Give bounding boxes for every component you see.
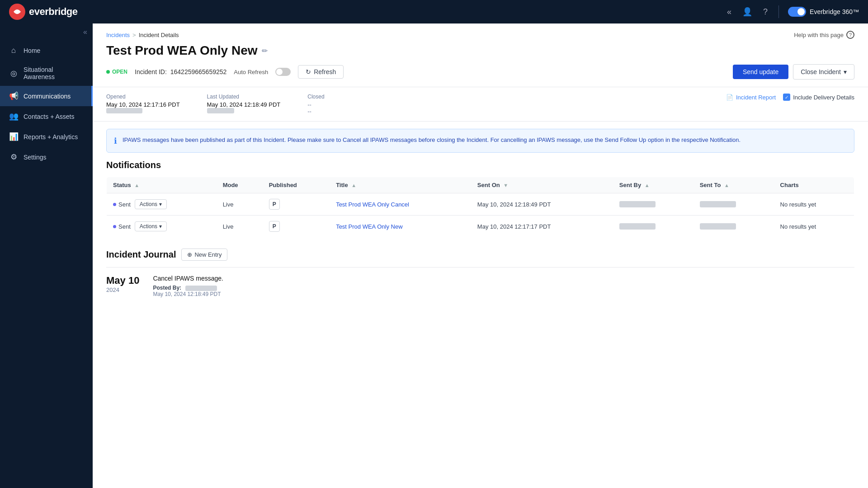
sidebar: « ⌂ Home ◎ Situational Awareness 📢 Commu… — [0, 23, 93, 488]
sidebar-item-settings[interactable]: ⚙ Settings — [0, 147, 93, 167]
sidebar-contacts-label: Contacts + Assets — [24, 113, 74, 120]
help-with-page-text: Help with this page — [794, 32, 844, 38]
last-updated-detail: Last Updated May 10, 2024 12:18:49 PDT — [207, 94, 281, 115]
status-dot — [106, 70, 110, 74]
chevron-down-icon: ▾ — [159, 223, 162, 230]
incident-id-text: Incident ID: 1642259665659252 — [135, 68, 226, 75]
journal-meta: Posted By: May 10, 2024 12:18:49 PDT — [153, 285, 223, 297]
sidebar-settings-label: Settings — [24, 154, 47, 161]
journal-title: Incident Journal — [106, 249, 176, 260]
chevron-down-icon: ▾ — [844, 68, 847, 75]
sort-title-icon[interactable]: ▲ — [351, 183, 356, 188]
communications-icon: 📢 — [9, 91, 18, 101]
row1-title: Test Prod WEA Only Cancel — [330, 193, 471, 216]
sidebar-item-reports-analytics[interactable]: 📊 Reports + Analytics — [0, 127, 93, 147]
sidebar-communications-label: Communications — [24, 93, 71, 100]
sent-dot-1 — [113, 203, 116, 206]
journal-date-year: 2024 — [106, 286, 139, 293]
topbar-right: « 👤 ? Everbridge 360™ — [725, 5, 859, 19]
new-entry-button[interactable]: ⊕ New Entry — [181, 249, 227, 261]
plus-icon: ⊕ — [187, 251, 192, 258]
file-icon: 📄 — [726, 94, 733, 101]
row2-sent-on: May 10, 2024 12:17:17 PDT — [471, 216, 613, 238]
toggle-360-area: Everbridge 360™ — [788, 7, 859, 17]
sidebar-home-label: Home — [24, 47, 40, 54]
include-delivery-checkbox[interactable]: ✓ — [783, 94, 790, 101]
chevron-down-icon: ▾ — [159, 201, 162, 207]
sent-label-2: Sent — [118, 223, 131, 230]
sidebar-item-situational-awareness[interactable]: ◎ Situational Awareness — [0, 61, 93, 86]
sidebar-item-home[interactable]: ⌂ Home — [0, 41, 93, 61]
col-mode: Mode — [217, 177, 263, 193]
edit-title-icon[interactable]: ✏ — [262, 47, 268, 55]
notification-title-link-1[interactable]: Test Prod WEA Only Cancel — [336, 201, 409, 208]
published-badge-1: P — [269, 199, 280, 210]
row2-mode: Live — [217, 216, 263, 238]
sort-sentto-icon[interactable]: ▲ — [724, 183, 729, 188]
page-header: Test Prod WEA Only New ✏ OPEN Incident I… — [93, 43, 868, 87]
row1-status: Sent Actions ▾ — [107, 193, 217, 216]
journal-content: Cancel IPAWS message. Posted By: May 10,… — [153, 275, 223, 297]
row1-sent-by — [613, 193, 693, 216]
sort-sentby-icon[interactable]: ▲ — [645, 183, 650, 188]
page-title-row: Test Prod WEA Only New ✏ — [106, 43, 854, 58]
sidebar-reports-label: Reports + Analytics — [24, 133, 78, 141]
col-status: Status ▲ — [107, 177, 217, 193]
row2-sent-to — [693, 216, 774, 238]
refresh-icon: ↻ — [306, 68, 311, 75]
breadcrumb-separator: > — [132, 32, 136, 38]
divider — [778, 5, 779, 18]
sidebar-item-contacts-assets[interactable]: 👥 Contacts + Assets — [0, 106, 93, 127]
refresh-button[interactable]: ↻ Refresh — [298, 65, 344, 79]
toggle-360-label: Everbridge 360™ — [810, 8, 859, 15]
breadcrumb: Incidents > Incident Details Help with t… — [93, 23, 868, 43]
row2-published: P — [263, 216, 330, 238]
content-area: Incidents > Incident Details Help with t… — [93, 23, 868, 488]
table-header: Status ▲ Mode Published Title ▲ Sent On … — [107, 177, 854, 193]
main-layout: « ⌂ Home ◎ Situational Awareness 📢 Commu… — [0, 23, 868, 488]
toggle-360-switch[interactable] — [788, 7, 806, 17]
sent-to-blurred-2 — [700, 223, 736, 230]
row1-published: P — [263, 193, 330, 216]
table-body: Sent Actions ▾ Live P T — [107, 193, 854, 238]
page-title: Test Prod WEA Only New — [106, 43, 257, 58]
incident-meta-row: OPEN Incident ID: 1642259665659252 Auto … — [106, 64, 854, 80]
info-icon: ℹ — [114, 136, 117, 146]
row1-mode: Live — [217, 193, 263, 216]
sidebar-collapse-area: « — [0, 28, 93, 41]
journal-divider — [106, 267, 854, 267]
breadcrumb-right: Help with this page ? — [794, 31, 854, 39]
breadcrumb-current: Incident Details — [139, 32, 179, 38]
actions-button-2[interactable]: Actions ▾ — [135, 221, 167, 231]
user-profile-button[interactable]: 👤 — [741, 5, 754, 19]
header-actions-right: Send update Close Incident ▾ — [733, 64, 854, 80]
notification-title-link-2[interactable]: Test Prod WEA Only New — [336, 223, 402, 230]
table-row: Sent Actions ▾ Live P T — [107, 193, 854, 216]
topbar: everbridge « 👤 ? Everbridge 360™ — [0, 0, 868, 23]
sent-label-1: Sent — [118, 201, 131, 208]
sent-to-blurred-1 — [700, 201, 736, 207]
help-circle-icon[interactable]: ? — [846, 31, 854, 39]
breadcrumb-incidents-link[interactable]: Incidents — [106, 32, 130, 38]
status-label: OPEN — [112, 69, 127, 75]
send-update-button[interactable]: Send update — [733, 65, 788, 79]
closed-detail: Closed -- -- — [307, 94, 324, 115]
row1-sent-to — [693, 193, 774, 216]
notifications-title: Notifications — [106, 160, 854, 170]
settings-icon: ⚙ — [9, 152, 18, 162]
table-header-row: Status ▲ Mode Published Title ▲ Sent On … — [107, 177, 854, 193]
help-button[interactable]: ? — [761, 5, 769, 19]
incident-report-link[interactable]: 📄 Incident Report — [726, 94, 776, 101]
col-published: Published — [263, 177, 330, 193]
contacts-icon: 👥 — [9, 112, 18, 121]
logo-area: everbridge — [9, 4, 78, 20]
auto-refresh-toggle[interactable] — [275, 68, 291, 76]
close-incident-button[interactable]: Close Incident ▾ — [793, 64, 854, 80]
sort-senton-icon[interactable]: ▼ — [503, 183, 508, 188]
sidebar-collapse-icon[interactable]: « — [83, 28, 87, 36]
collapse-nav-button[interactable]: « — [725, 5, 733, 19]
journal-date-col: May 10 2024 — [106, 275, 139, 297]
actions-button-1[interactable]: Actions ▾ — [135, 199, 167, 209]
sort-status-icon[interactable]: ▲ — [134, 183, 139, 188]
sidebar-item-communications[interactable]: 📢 Communications — [0, 86, 93, 106]
